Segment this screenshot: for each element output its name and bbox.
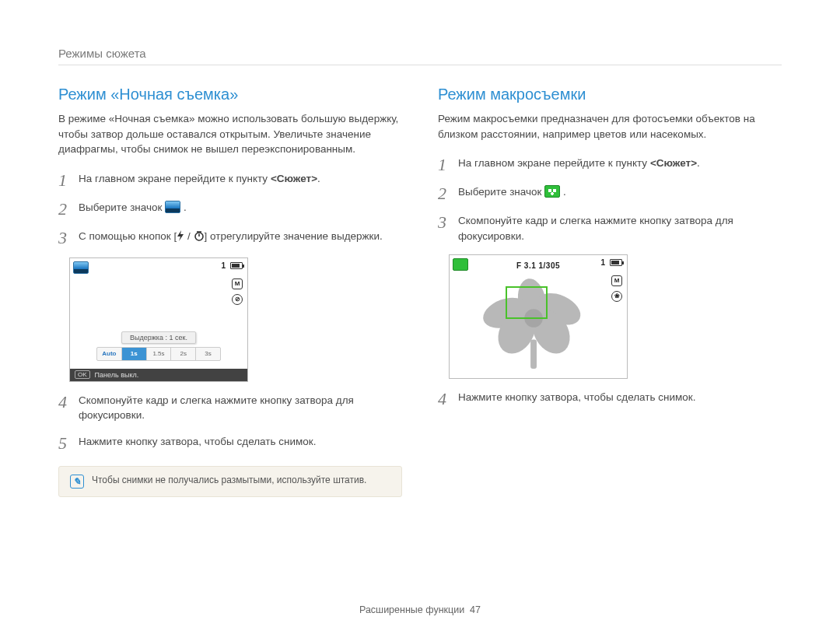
timer-glyph-icon [194, 230, 205, 246]
step-text: Скомпонуйте кадр и слегка нажмите кнопку… [79, 393, 402, 423]
flash-off-icon: ⊘ [232, 294, 243, 305]
step-5: 5 Нажмите кнопку затвора, чтобы сделать … [58, 434, 402, 452]
step-1: 1 На главном экране перейдите к пункту <… [438, 156, 782, 173]
step-number: 1 [58, 171, 79, 189]
exposure-slider: Auto 1s 1.5s 2s 3s [96, 347, 221, 361]
step-3: 3 Скомпонуйте кадр и слегка нажмите кноп… [438, 213, 782, 243]
step-number: 4 [438, 390, 458, 408]
heading-macro-mode: Режим макросъемки [438, 86, 782, 103]
macro-focus-icon: ❀ [611, 291, 622, 302]
battery-icon [610, 259, 622, 266]
night-mode-icon [165, 201, 180, 213]
slider-mark: 1.5s [146, 348, 171, 360]
manual-page: Режимы сюжета Режим «Ночная съемка» В ре… [0, 0, 840, 634]
steps-night-mode: 1 На главном экране перейдите к пункту <… [58, 171, 402, 247]
strong-scene: <Сюжет> [271, 173, 317, 184]
ok-badge: OK [75, 370, 90, 379]
step-2: 2 Выберите значок . [438, 184, 782, 202]
step-text: . [697, 157, 700, 169]
aperture-readout: F 3.1 1/305 [516, 261, 560, 270]
mode-badge-night-icon [73, 261, 89, 274]
col-macro-mode: Режим макросъемки Режим макросъемки пред… [438, 86, 782, 497]
step-number: 1 [438, 156, 458, 173]
note-icon: ✎ [70, 475, 84, 489]
step-text: ] отрегулируйте значение выдержки. [205, 230, 383, 242]
step-text: На главном экране перейдите к пункту [79, 173, 271, 184]
focus-box [506, 286, 548, 319]
cam-top-right: 1 [221, 261, 243, 270]
note-text: Чтобы снимки не получались размытыми, ис… [92, 475, 366, 485]
cam-counter: 1 [221, 261, 226, 270]
step-text: На главном экране перейдите к пункту [458, 157, 650, 169]
step-number: 3 [438, 213, 458, 231]
step-text: Выберите значок [79, 201, 165, 213]
slider-mark: 3s [195, 348, 220, 360]
step-number: 5 [58, 434, 79, 452]
breadcrumb: Режимы сюжета [58, 47, 782, 65]
cam-top-right: 1 [600, 258, 622, 267]
cam-bottom-bar: OK Панель выкл. [70, 369, 247, 381]
steps-macro-mode-cont: 4 Нажмите кнопку затвора, чтобы сделать … [438, 390, 782, 408]
step-2: 2 Выберите значок . [58, 200, 402, 218]
tip-note: ✎ Чтобы снимки не получались размытыми, … [58, 466, 402, 497]
intro-macro-mode: Режим макросъемки предназначен для фотос… [438, 111, 782, 142]
step-1: 1 На главном экране перейдите к пункту <… [58, 171, 402, 189]
slider-mark: 2s [170, 348, 195, 360]
slider-mark-selected: 1s [121, 348, 146, 360]
cam-right-icons: M ❀ [611, 275, 622, 302]
mode-badge-macro-icon [453, 258, 468, 271]
step-text: . [317, 173, 320, 184]
step-number: 3 [58, 229, 79, 247]
steps-macro-mode: 1 На главном экране перейдите к пункту <… [438, 156, 782, 243]
cam-counter: 1 [600, 258, 605, 267]
step-text: Нажмите кнопку затвора, чтобы сделать сн… [458, 390, 782, 405]
col-night-mode: Режим «Ночная съемка» В режиме «Ночная с… [58, 86, 402, 497]
footer-page-number: 47 [470, 604, 481, 615]
camera-preview-night: 1 M ⊘ Выдержка : 1 сек. Auto 1s 1.5s 2s … [69, 257, 248, 382]
cam-bottom-text: Панель выкл. [95, 371, 139, 379]
slider-mark: Auto [97, 348, 121, 360]
resolution-icon: M [232, 278, 243, 289]
page-footer: Расширенные функции 47 [0, 604, 840, 615]
camera-preview-macro: F 3.1 1/305 1 M ❀ [449, 254, 628, 379]
cam-right-icons: M ⊘ [232, 278, 243, 305]
resolution-icon: M [611, 275, 622, 286]
step-number: 4 [58, 393, 79, 411]
step-text: С помощью кнопок [ [79, 230, 177, 242]
flash-glyph-icon [177, 230, 184, 246]
step-4: 4 Нажмите кнопку затвора, чтобы сделать … [438, 390, 782, 408]
steps-night-mode-cont: 4 Скомпонуйте кадр и слегка нажмите кноп… [58, 393, 402, 452]
step-text: / [184, 230, 193, 242]
content-columns: Режим «Ночная съемка» В режиме «Ночная с… [58, 86, 782, 497]
step-number: 2 [438, 184, 458, 202]
step-3: 3 С помощью кнопок [ / ] отрегулируйте з… [58, 229, 402, 247]
macro-mode-icon [544, 185, 560, 198]
intro-night-mode: В режиме «Ночная съемка» можно использов… [58, 111, 402, 157]
battery-icon [230, 262, 243, 269]
heading-night-mode: Режим «Ночная съемка» [58, 86, 402, 103]
step-text: Скомпонуйте кадр и слегка нажмите кнопку… [458, 213, 782, 243]
footer-section: Расширенные функции [359, 604, 464, 615]
step-text: Выберите значок [458, 186, 544, 198]
svg-rect-9 [530, 340, 537, 369]
exposure-label: Выдержка : 1 сек. [121, 331, 196, 344]
step-4: 4 Скомпонуйте кадр и слегка нажмите кноп… [58, 393, 402, 423]
step-text: Нажмите кнопку затвора, чтобы сделать сн… [79, 434, 402, 450]
step-number: 2 [58, 200, 79, 218]
strong-scene: <Сюжет> [650, 157, 697, 169]
